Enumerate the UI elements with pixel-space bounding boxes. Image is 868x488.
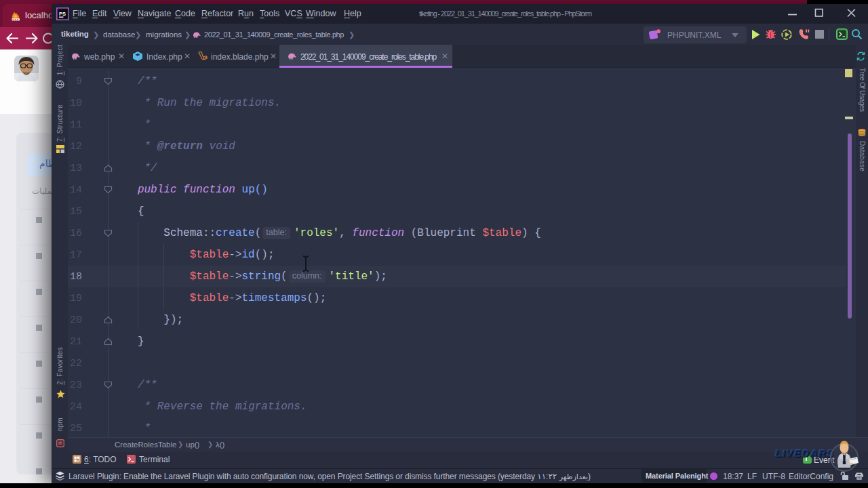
svg-text:PS: PS	[59, 11, 66, 17]
